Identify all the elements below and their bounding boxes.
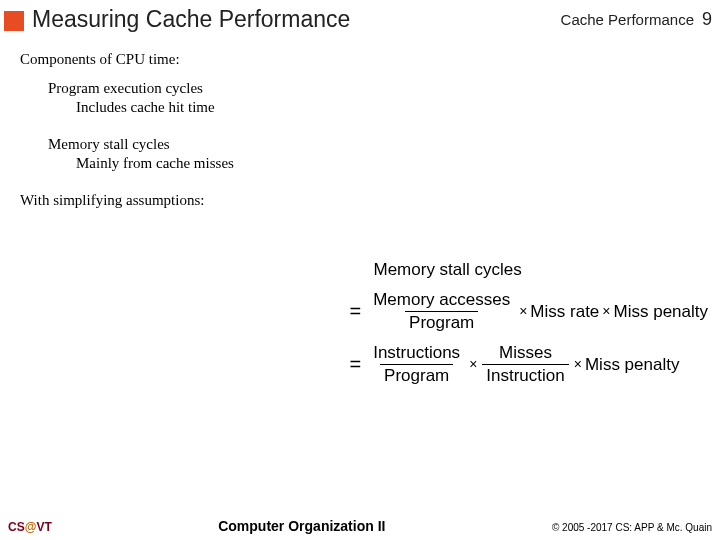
frac-den: Instruction: [482, 364, 568, 386]
footer-left: CS@VT: [8, 520, 52, 534]
heading-components: Components of CPU time:: [20, 51, 700, 68]
times-icon: ×: [469, 356, 477, 372]
item-prog-exec-sub: Includes cache hit time: [76, 99, 700, 116]
term-miss-penalty: Miss penalty: [585, 355, 679, 375]
footer-vt: VT: [36, 520, 51, 534]
footer-right: © 2005 -2017 CS: APP & Mc. Quain: [552, 522, 712, 533]
times-icon: ×: [602, 303, 610, 319]
times-icon: ×: [519, 303, 527, 319]
frac-num: Instructions: [369, 343, 464, 364]
term-miss-rate: Miss rate: [530, 302, 599, 322]
body-content: Components of CPU time: Program executio…: [0, 37, 720, 209]
footer-center: Computer Organization II: [52, 518, 552, 534]
frac-den: Program: [405, 311, 478, 333]
footer: CS@VT Computer Organization II © 2005 -2…: [0, 518, 720, 534]
item-prog-exec: Program execution cycles: [48, 80, 700, 97]
page-title: Measuring Cache Performance: [32, 6, 561, 33]
frac-num: Memory accesses: [369, 290, 514, 311]
fraction-instr-program: Instructions Program: [369, 343, 464, 386]
fraction-memacc-program: Memory accesses Program: [369, 290, 514, 333]
eq-lhs-text: Memory stall cycles: [374, 260, 522, 280]
term-miss-penalty: Miss penalty: [614, 302, 708, 322]
footer-at: @: [25, 520, 37, 534]
item-mem-stall-sub: Mainly from cache misses: [76, 155, 700, 172]
title-bullet-icon: [4, 11, 24, 31]
equation-line-2: = Instructions Program × Misses Instruct…: [350, 343, 709, 386]
fraction-misses-instruction: Misses Instruction: [482, 343, 568, 386]
footer-cs: CS: [8, 520, 25, 534]
frac-num: Misses: [495, 343, 556, 364]
heading-assumptions: With simplifying assumptions:: [20, 192, 700, 209]
equals-icon: =: [350, 353, 362, 376]
item-mem-stall: Memory stall cycles: [48, 136, 700, 153]
equation-line-1: = Memory accesses Program × Miss rate × …: [350, 290, 709, 333]
slide: Measuring Cache Performance Cache Perfor…: [0, 0, 720, 540]
page-number: 9: [702, 9, 712, 30]
equation-block: Memory stall cycles = Memory accesses Pr…: [350, 260, 709, 396]
equals-icon: =: [350, 300, 362, 323]
section-label: Cache Performance: [561, 11, 694, 28]
times-icon: ×: [574, 356, 582, 372]
header: Measuring Cache Performance Cache Perfor…: [0, 0, 720, 37]
frac-den: Program: [380, 364, 453, 386]
equation-lhs: Memory stall cycles: [350, 260, 709, 280]
